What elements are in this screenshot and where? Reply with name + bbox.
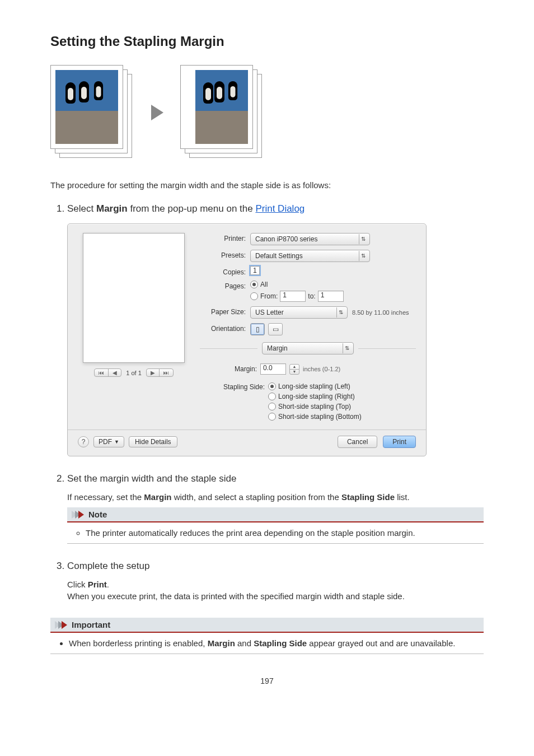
presets-label: Presets: bbox=[200, 250, 250, 259]
note-item: The printer automatically reduces the pr… bbox=[86, 528, 484, 538]
step-3: Complete the setup Click Print. When you… bbox=[67, 561, 484, 601]
stapling-opt-3[interactable] bbox=[268, 403, 276, 410]
step1-mid: from the pop-up menu on the bbox=[128, 203, 256, 214]
note-chevrons-icon bbox=[72, 511, 84, 519]
step3-click-post: . bbox=[107, 580, 109, 589]
arrow-right-icon bbox=[151, 105, 163, 120]
cancel-button[interactable]: Cancel bbox=[338, 436, 377, 448]
print-dialog-link[interactable]: Print Dialog bbox=[255, 203, 305, 214]
stapling-opt-2-label: Long-side stapling (Right) bbox=[278, 393, 355, 400]
important-chevrons-icon bbox=[55, 621, 67, 629]
printer-value: Canon iP8700 series bbox=[255, 235, 317, 243]
section-dropdown[interactable]: Margin ⇅ bbox=[262, 342, 354, 354]
stapling-opt-3-label: Short-side stapling (Top) bbox=[278, 403, 351, 410]
chevron-updown-icon: ⇅ bbox=[336, 307, 345, 318]
important-callout: Important When borderless printing is en… bbox=[50, 618, 484, 654]
margin-note: inches (0-1.2) bbox=[303, 366, 340, 372]
stapling-opt-1[interactable] bbox=[268, 382, 276, 390]
page-number: 197 bbox=[50, 676, 484, 685]
pdf-dropdown[interactable]: PDF ▼ bbox=[93, 436, 124, 447]
paper-size-note: 8.50 by 11.00 inches bbox=[352, 309, 409, 316]
step-1: Select Margin from the pop-up menu on th… bbox=[67, 203, 484, 456]
stapling-side-label: Stapling Side: bbox=[217, 382, 265, 421]
step2-post: list. bbox=[395, 492, 410, 502]
stepper-down-icon: ▼ bbox=[290, 369, 299, 374]
section-value: Margin bbox=[267, 344, 288, 352]
paper-size-label: Paper Size: bbox=[200, 306, 250, 316]
landscape-icon: ▭ bbox=[273, 325, 279, 333]
chevron-updown-icon: ⇅ bbox=[359, 251, 367, 261]
prev-page-icon: ◀ bbox=[108, 369, 121, 376]
hide-details-button[interactable]: Hide Details bbox=[129, 436, 177, 447]
orientation-label: Orientation: bbox=[200, 323, 250, 333]
illustration-row bbox=[50, 65, 484, 160]
margin-stepper[interactable]: ▲ ▼ bbox=[289, 364, 299, 375]
presets-dropdown[interactable]: Default Settings ⇅ bbox=[250, 250, 370, 262]
pages-all-label: All bbox=[260, 281, 268, 288]
note-heading: Note bbox=[88, 510, 107, 519]
paper-size-dropdown[interactable]: US Letter ⇅ bbox=[250, 306, 348, 319]
pages-to-input[interactable]: 1 bbox=[318, 291, 344, 302]
next-page-icon: ▶ bbox=[147, 369, 159, 376]
pdf-label: PDF bbox=[99, 438, 112, 446]
preview-page-count: 1 of 1 bbox=[125, 370, 143, 376]
print-dialog: ⏮ ◀ 1 of 1 ▶ ⏭ Printer: bbox=[67, 223, 427, 456]
step3-click-b: Print bbox=[88, 580, 107, 589]
presets-value: Default Settings bbox=[255, 252, 303, 260]
illustration-before bbox=[50, 65, 134, 160]
paper-size-value: US Letter bbox=[255, 309, 284, 316]
step3-title: Complete the setup bbox=[67, 561, 149, 571]
page-title: Setting the Stapling Margin bbox=[50, 34, 484, 49]
step2-mid: width, and select a stapling position fr… bbox=[171, 492, 341, 502]
step3-click-pre: Click bbox=[67, 580, 88, 589]
step2-pre: If necessary, set the bbox=[67, 492, 144, 502]
step3-body2: When you execute print, the data is prin… bbox=[67, 591, 484, 601]
imp-mid: and bbox=[235, 638, 254, 648]
preview-nav-prev[interactable]: ⏮ ◀ bbox=[94, 368, 121, 377]
pages-from-input[interactable]: 1 bbox=[280, 291, 306, 302]
copies-label: Copies: bbox=[200, 267, 250, 276]
copies-input[interactable]: 1 bbox=[250, 266, 260, 275]
imp-b2: Stapling Side bbox=[254, 638, 307, 648]
margin-input[interactable]: 0.0 bbox=[260, 363, 286, 375]
imp-post: appear grayed out and are unavailable. bbox=[307, 638, 455, 648]
step1-prefix: Select bbox=[67, 203, 96, 214]
note-callout: Note The printer automatically reduces t… bbox=[67, 507, 484, 544]
first-page-icon: ⏮ bbox=[95, 369, 108, 376]
help-icon: ? bbox=[82, 438, 86, 446]
illustration-after bbox=[180, 65, 264, 160]
intro-text: The procedure for setting the margin wid… bbox=[50, 180, 484, 190]
stapling-opt-1-label: Long-side stapling (Left) bbox=[278, 382, 350, 390]
orientation-portrait[interactable]: ▯ bbox=[250, 323, 265, 335]
margin-label: Margin: bbox=[235, 365, 257, 373]
preview-nav-next[interactable]: ▶ ⏭ bbox=[146, 368, 174, 377]
printer-dropdown[interactable]: Canon iP8700 series ⇅ bbox=[250, 233, 370, 245]
last-page-icon: ⏭ bbox=[159, 369, 173, 376]
important-heading: Important bbox=[72, 620, 110, 629]
print-button[interactable]: Print bbox=[383, 436, 416, 448]
pages-all-radio[interactable] bbox=[250, 281, 258, 288]
step2-title: Set the margin width and the staple side bbox=[67, 473, 236, 484]
pages-label: Pages: bbox=[200, 281, 250, 290]
pages-range-radio[interactable] bbox=[250, 292, 258, 300]
step1-bold: Margin bbox=[96, 203, 128, 214]
stapling-opt-4[interactable] bbox=[268, 413, 276, 421]
stapling-opt-2[interactable] bbox=[268, 393, 276, 400]
imp-pre: When borderless printing is enabled, bbox=[69, 638, 208, 648]
stapling-opt-4-label: Short-side stapling (Bottom) bbox=[278, 413, 362, 421]
important-item: When borderless printing is enabled, Mar… bbox=[69, 638, 484, 648]
help-button[interactable]: ? bbox=[78, 436, 89, 447]
orientation-landscape[interactable]: ▭ bbox=[268, 323, 283, 335]
step-2: Set the margin width and the staple side… bbox=[67, 473, 484, 544]
preview-pane: ⏮ ◀ 1 of 1 ▶ ⏭ bbox=[78, 233, 190, 421]
printer-label: Printer: bbox=[200, 233, 250, 242]
portrait-icon: ▯ bbox=[256, 325, 260, 333]
pages-to-label: to: bbox=[308, 292, 315, 300]
pages-from-label: From: bbox=[260, 292, 278, 300]
preview-page bbox=[83, 233, 185, 363]
step2-b2: Stapling Side bbox=[341, 492, 395, 502]
chevron-updown-icon: ⇅ bbox=[343, 343, 351, 353]
step2-b1: Margin bbox=[144, 492, 171, 502]
imp-b1: Margin bbox=[208, 638, 235, 648]
chevron-updown-icon: ⇅ bbox=[359, 234, 367, 244]
